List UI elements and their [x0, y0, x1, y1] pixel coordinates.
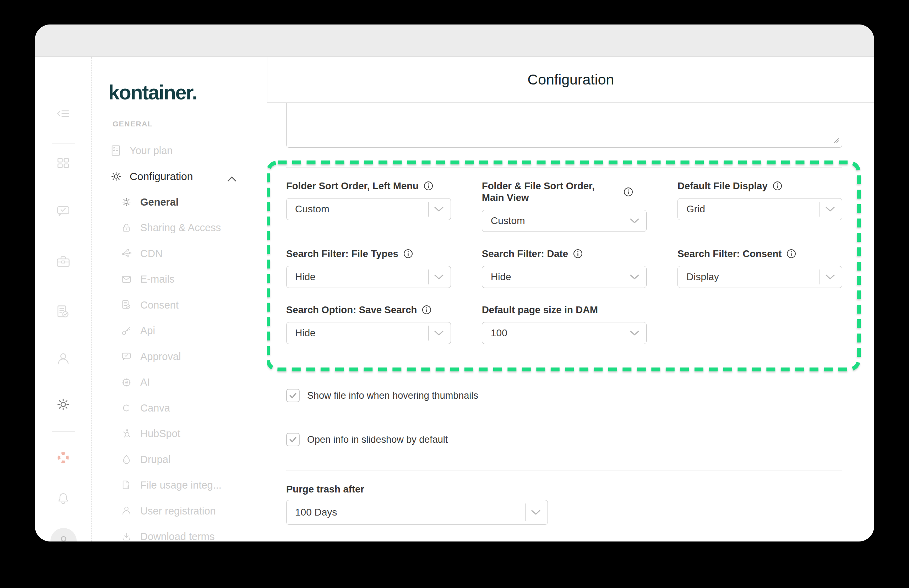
select-divider — [820, 270, 820, 284]
chevron-down-icon — [630, 331, 639, 336]
document-check-icon — [121, 300, 132, 310]
field-label: Default page size in DAM — [482, 304, 598, 316]
icon-rail — [35, 57, 92, 541]
sidebar-item-drupal[interactable]: Drupal — [92, 447, 266, 473]
ai-chip-icon — [121, 377, 132, 388]
life-ring-icon[interactable] — [55, 449, 72, 466]
default-file-display-select[interactable]: Grid — [678, 198, 842, 220]
info-icon[interactable] — [623, 187, 633, 197]
gear-icon[interactable] — [55, 396, 72, 413]
select-value: Display — [678, 271, 719, 283]
info-icon[interactable] — [404, 249, 413, 258]
purge-trash-label: Purge trash after — [286, 484, 364, 495]
select-value: Hide — [287, 327, 316, 339]
info-icon[interactable] — [786, 249, 796, 258]
briefcase-icon[interactable] — [55, 253, 72, 270]
gear-icon — [110, 170, 123, 183]
sidebar-item-your-plan[interactable]: Your plan — [92, 138, 266, 164]
field-default-file-display: Default File Display Grid — [678, 180, 842, 232]
document-check-icon[interactable] — [55, 304, 72, 321]
sidebar-section-label: GENERAL — [113, 120, 153, 128]
sidebar-item-configuration[interactable]: Configuration — [92, 164, 266, 190]
sidebar-item-label: E-mails — [140, 273, 175, 285]
chevron-down-icon — [434, 331, 444, 336]
field-label: Folder Sort Order, Left Menu — [286, 180, 419, 192]
user-icon — [121, 506, 132, 516]
chat-check-icon[interactable] — [55, 203, 72, 220]
sidebar-item-label: Consent — [140, 299, 179, 311]
sidebar-item-general[interactable]: General — [92, 189, 266, 215]
select-value: Custom — [482, 215, 525, 226]
info-icon[interactable] — [422, 305, 431, 315]
folder-sort-left-menu-select[interactable]: Custom — [286, 198, 451, 220]
search-filter-file-types-select[interactable]: Hide — [286, 266, 451, 288]
settings-sidebar: kontainer. GENERAL Your plan Configurati… — [92, 57, 266, 541]
select-value: Hide — [287, 271, 316, 283]
sidebar-item-label: Sharing & Access — [140, 222, 221, 234]
sidebar-item-label: Download terms — [140, 531, 215, 541]
sidebar-item-label: CDN — [140, 248, 163, 260]
select-divider — [624, 213, 624, 228]
resize-handle-icon[interactable] — [833, 137, 840, 145]
sidebar-item-download-terms[interactable]: Download terms — [92, 524, 266, 542]
sidebar-item-consent[interactable]: Consent — [92, 292, 266, 318]
lock-icon — [121, 223, 132, 233]
chevron-down-icon — [630, 275, 639, 280]
bell-icon[interactable] — [55, 490, 72, 507]
search-filter-date-select[interactable]: Hide — [482, 266, 647, 288]
description-textarea[interactable] — [286, 103, 842, 148]
user-icon[interactable] — [55, 351, 72, 368]
field-label: Folder & File Sort Order, Main View — [482, 180, 618, 204]
field-default-page-size: Default page size in DAM 100 — [482, 304, 647, 344]
sidebar-item-api[interactable]: Api — [92, 318, 266, 344]
select-divider — [624, 270, 624, 284]
chevron-down-icon — [825, 275, 835, 280]
sidebar-item-label: Canva — [140, 402, 170, 414]
sidebar-item-label: Configuration — [129, 170, 193, 183]
search-option-save-search-select[interactable]: Hide — [286, 322, 451, 344]
select-value: Grid — [678, 204, 705, 215]
field-label: Search Filter: File Types — [286, 248, 399, 260]
collapse-sidebar-icon[interactable] — [55, 105, 72, 122]
checkbox-checked[interactable] — [286, 433, 300, 446]
sidebar-item-hubspot[interactable]: HubSpot — [92, 421, 266, 447]
info-icon[interactable] — [773, 181, 782, 191]
page-title: Configuration — [528, 71, 614, 88]
chevron-up-icon[interactable] — [227, 172, 236, 184]
sidebar-item-user-registration[interactable]: User registration — [92, 498, 266, 524]
purge-trash-select[interactable]: 100 Days — [286, 500, 548, 525]
sidebar-item-canva[interactable]: Canva — [92, 395, 266, 421]
select-divider — [428, 326, 429, 341]
sidebar-item-label: User registration — [140, 505, 216, 517]
checkbox-row-slideshow-info: Open info in slideshow by default — [286, 433, 448, 446]
sidebar-item-ai[interactable]: AI — [92, 370, 266, 396]
sidebar-item-sharing-access[interactable]: Sharing & Access — [92, 215, 266, 241]
info-icon[interactable] — [424, 181, 433, 191]
dashboard-grid-icon[interactable] — [55, 155, 72, 171]
drupal-icon — [121, 454, 132, 465]
field-label: Search Filter: Date — [482, 248, 568, 260]
folder-file-sort-main-view-select[interactable]: Custom — [482, 210, 647, 232]
field-search-filter-file-types: Search Filter: File Types Hide — [286, 248, 451, 288]
checkbox-row-hover-info: Show file info when hovering thumbnails — [286, 389, 478, 402]
section-divider — [286, 167, 842, 168]
sidebar-item-approval[interactable]: Approval — [92, 344, 266, 370]
sidebar-item-cdn[interactable]: CDN — [92, 241, 266, 267]
sidebar-item-label: File usage integ... — [140, 479, 221, 491]
checkbox-label: Open info in slideshow by default — [307, 434, 448, 445]
envelope-icon — [121, 274, 132, 285]
avatar-icon[interactable] — [50, 528, 77, 541]
chevron-down-icon — [434, 207, 444, 212]
sidebar-item-emails[interactable]: E-mails — [92, 267, 266, 292]
default-page-size-select[interactable]: 100 — [482, 322, 647, 344]
browser-titlebar — [35, 24, 874, 57]
chevron-down-icon — [630, 218, 639, 224]
sidebar-item-label: Approval — [140, 351, 181, 362]
sidebar-item-label: AI — [140, 376, 150, 388]
info-icon[interactable] — [573, 249, 583, 258]
sidebar-item-label: General — [140, 196, 179, 208]
field-label: Default File Display — [678, 180, 768, 192]
checkbox-checked[interactable] — [286, 389, 300, 402]
sidebar-item-file-usage[interactable]: File usage integ... — [92, 473, 266, 499]
search-filter-consent-select[interactable]: Display — [678, 266, 842, 288]
